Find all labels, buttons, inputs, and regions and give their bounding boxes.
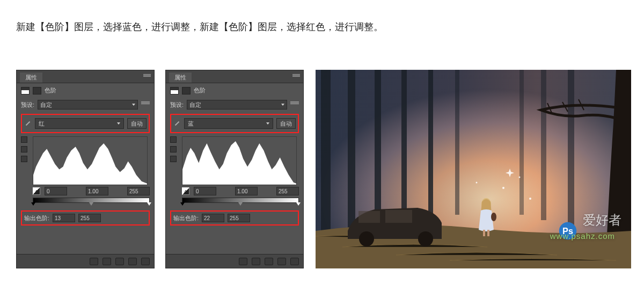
- clip-icon[interactable]: [90, 258, 98, 265]
- channel-select[interactable]: 红: [35, 118, 124, 129]
- eyedropper-gray-icon[interactable]: [170, 146, 177, 152]
- panel-header: 属性: [17, 70, 154, 83]
- eyedropper-column: [21, 136, 31, 162]
- result-preview-image: Ps 爱好者 www.psahz.com: [316, 70, 631, 268]
- clip-icon[interactable]: [239, 258, 247, 265]
- output-levels-highlight: 输出色阶: 22 255: [170, 210, 299, 225]
- svg-rect-9: [455, 70, 459, 215]
- channel-value: 红: [39, 120, 45, 128]
- panel-footer: [166, 254, 303, 268]
- eyedropper-white-icon[interactable]: [21, 156, 27, 162]
- input-gradient[interactable]: [33, 198, 150, 203]
- chevron-down-icon: [266, 122, 269, 125]
- slider-black[interactable]: [31, 202, 35, 206]
- watermark-url: www.psahz.com: [550, 231, 615, 241]
- eyedropper-white-icon[interactable]: [170, 156, 177, 162]
- svg-rect-18: [483, 230, 485, 236]
- input-white-field[interactable]: 255: [127, 187, 150, 195]
- auto-button[interactable]: 自动: [276, 118, 296, 129]
- svg-point-15: [359, 231, 374, 246]
- trash-icon[interactable]: [290, 258, 299, 265]
- svg-point-16: [418, 231, 433, 246]
- svg-rect-4: [321, 70, 331, 231]
- mask-icon[interactable]: [33, 87, 41, 94]
- svg-point-21: [502, 187, 504, 189]
- preset-row: 预设: 自定: [17, 98, 154, 114]
- eyedropper-column: [170, 136, 180, 162]
- view-previous-icon[interactable]: [252, 258, 260, 265]
- input-gradient[interactable]: [182, 198, 299, 203]
- svg-point-23: [476, 182, 478, 184]
- eyedropper-icon[interactable]: [173, 120, 181, 127]
- properties-panels-group: 属性 色阶 预设: 自定 红 自动: [16, 70, 304, 268]
- output-high-field[interactable]: 255: [228, 214, 250, 222]
- slider-gray[interactable]: [89, 202, 93, 206]
- trash-icon[interactable]: [141, 258, 150, 265]
- svg-point-22: [519, 177, 521, 178]
- preset-select[interactable]: 自定: [187, 100, 287, 110]
- output-low-field[interactable]: 22: [202, 214, 224, 222]
- eyedropper-gray-icon[interactable]: [21, 146, 27, 152]
- levels-icon: [21, 87, 30, 94]
- adjustment-type-label: 色阶: [45, 86, 56, 94]
- watermark-text: 爱好者: [583, 212, 621, 229]
- svg-rect-19: [487, 230, 489, 236]
- input-black-field[interactable]: 0: [45, 187, 67, 195]
- svg-point-20: [491, 213, 496, 221]
- preset-row: 预设: 自定: [166, 98, 303, 114]
- instruction-text: 新建【色阶】图层，选择蓝色，进行调整，新建【色阶】图层，选择红色，进行调整。: [16, 20, 383, 33]
- input-gamma-field[interactable]: 1.00: [86, 187, 108, 195]
- input-levels-row: A 0 1.00 255: [170, 187, 299, 195]
- levels-icon: [170, 87, 179, 94]
- slider-gray[interactable]: [238, 202, 243, 206]
- visibility-icon[interactable]: [128, 258, 137, 265]
- svg-point-24: [529, 198, 531, 200]
- preset-menu-icon[interactable]: [141, 101, 150, 108]
- preset-label: 预设:: [21, 101, 34, 109]
- slider-white[interactable]: [296, 202, 301, 206]
- input-gamma-field[interactable]: 1.00: [235, 187, 258, 195]
- svg-rect-7: [401, 70, 407, 225]
- input-black-field[interactable]: 0: [194, 187, 216, 195]
- channel-select-highlight: 红 自动: [21, 114, 150, 133]
- eyedropper-icon[interactable]: [24, 120, 32, 127]
- contrast-icon[interactable]: A: [33, 187, 40, 195]
- mask-icon[interactable]: [182, 87, 191, 94]
- svg-rect-8: [428, 70, 433, 220]
- svg-rect-12: [568, 70, 574, 231]
- slider-white[interactable]: [147, 202, 151, 206]
- svg-rect-14: [385, 210, 412, 223]
- auto-button[interactable]: 自动: [127, 118, 147, 129]
- slider-black[interactable]: [180, 202, 185, 206]
- reset-icon[interactable]: [115, 258, 124, 265]
- histogram-chart: [33, 136, 148, 185]
- chevron-down-icon: [117, 122, 120, 125]
- svg-marker-0: [33, 143, 147, 185]
- svg-rect-5: [348, 70, 355, 231]
- output-low-field[interactable]: 13: [53, 214, 75, 222]
- visibility-icon[interactable]: [277, 258, 286, 265]
- preset-menu-icon[interactable]: [290, 101, 299, 108]
- contrast-icon[interactable]: A: [182, 187, 189, 195]
- channel-select[interactable]: 蓝: [184, 118, 273, 129]
- svg-rect-13: [358, 211, 380, 223]
- view-previous-icon[interactable]: [103, 258, 111, 265]
- panel-tab[interactable]: 属性: [20, 72, 42, 83]
- channel-select-highlight: 蓝 自动: [170, 114, 299, 133]
- panel-menu-icon[interactable]: [143, 74, 151, 79]
- svg-marker-1: [182, 141, 296, 185]
- input-white-field[interactable]: 255: [276, 187, 299, 195]
- panel-footer: [17, 254, 154, 268]
- chevron-down-icon: [281, 104, 284, 106]
- properties-panel-blue: 属性 色阶 预设: 自定 蓝 自动: [165, 70, 304, 268]
- eyedropper-black-icon[interactable]: [21, 136, 27, 143]
- input-levels-row: A 0 1.00 255: [21, 187, 150, 195]
- reset-icon[interactable]: [265, 258, 273, 265]
- eyedropper-black-icon[interactable]: [170, 136, 177, 143]
- output-high-field[interactable]: 255: [78, 214, 101, 222]
- preset-select[interactable]: 自定: [38, 100, 138, 110]
- preset-label: 预设:: [170, 101, 184, 109]
- panel-tab[interactable]: 属性: [169, 72, 192, 83]
- panel-menu-icon[interactable]: [292, 74, 300, 79]
- channel-value: 蓝: [188, 120, 194, 128]
